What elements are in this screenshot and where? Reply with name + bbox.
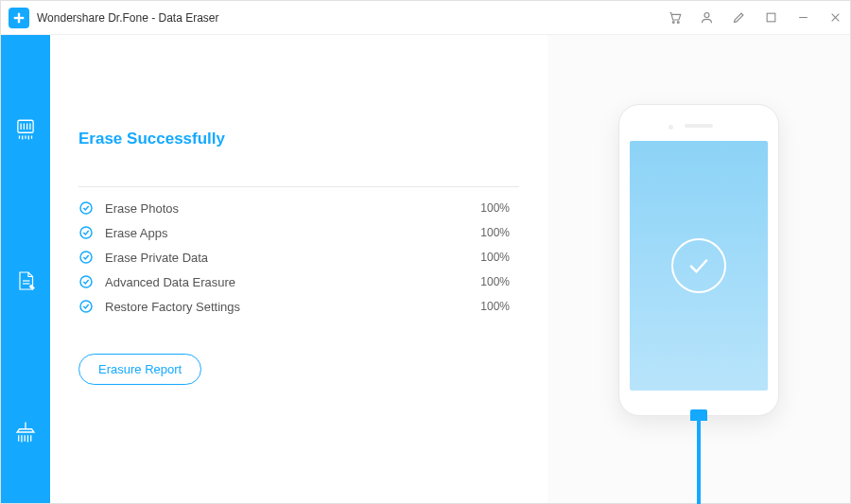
check-icon — [78, 225, 94, 240]
sidebar-item-clean[interactable] — [11, 418, 40, 446]
svg-point-29 — [80, 252, 92, 263]
right-panel — [547, 35, 850, 503]
task-label: Advanced Data Erasure — [105, 275, 469, 289]
cable-icon — [697, 416, 701, 505]
sidebar — [1, 35, 50, 503]
body: Erase Successfully Erase Photos 100% — [1, 35, 850, 503]
cart-icon[interactable] — [667, 10, 682, 26]
task-percent: 100% — [480, 300, 510, 313]
success-check-icon — [671, 238, 726, 293]
phone-camera-icon — [669, 125, 673, 130]
svg-point-3 — [677, 22, 679, 24]
app-title: Wondershare Dr.Fone - Data Eraser — [37, 11, 219, 25]
phone-illustration — [618, 104, 779, 416]
svg-point-31 — [80, 301, 92, 312]
svg-point-2 — [672, 22, 674, 24]
content: Erase Successfully Erase Photos 100% — [50, 35, 850, 503]
check-icon — [78, 274, 94, 289]
task-label: Erase Apps — [105, 226, 469, 240]
sidebar-item-erase[interactable] — [11, 115, 40, 144]
close-icon[interactable] — [827, 10, 842, 26]
svg-point-30 — [80, 276, 92, 287]
task-list: Erase Photos 100% Erase Apps 100% — [78, 200, 519, 314]
titlebar-right — [667, 10, 842, 26]
svg-point-4 — [704, 13, 709, 18]
svg-point-28 — [80, 227, 92, 238]
divider — [78, 186, 519, 187]
task-row: Erase Photos 100% — [78, 200, 519, 216]
check-icon — [78, 200, 94, 216]
maximize-icon[interactable] — [763, 10, 778, 26]
check-icon — [78, 250, 94, 265]
minimize-icon[interactable] — [795, 10, 810, 26]
svg-rect-9 — [18, 120, 33, 132]
svg-rect-1 — [14, 16, 25, 18]
task-percent: 100% — [480, 275, 510, 288]
svg-rect-5 — [767, 13, 775, 22]
titlebar: Wondershare Dr.Fone - Data Eraser — [1, 1, 850, 35]
task-row: Restore Factory Settings 100% — [78, 299, 519, 314]
app-window: Wondershare Dr.Fone - Data Eraser — [0, 0, 851, 504]
task-percent: 100% — [480, 201, 510, 215]
task-percent: 100% — [480, 226, 510, 239]
page-title: Erase Successfully — [78, 130, 519, 148]
svg-point-27 — [80, 202, 92, 214]
phone-screen — [630, 141, 768, 391]
task-row: Erase Private Data 100% — [78, 250, 519, 265]
phone-speaker-icon — [685, 124, 713, 128]
erasure-report-button[interactable]: Erasure Report — [78, 354, 201, 385]
task-row: Advanced Data Erasure 100% — [78, 274, 519, 289]
titlebar-left: Wondershare Dr.Fone - Data Eraser — [9, 8, 219, 28]
check-icon — [78, 299, 94, 314]
app-logo-icon — [9, 8, 29, 28]
task-percent: 100% — [480, 251, 510, 264]
task-label: Restore Factory Settings — [105, 300, 469, 314]
edit-icon[interactable] — [731, 10, 746, 26]
user-icon[interactable] — [699, 10, 714, 26]
task-row: Erase Apps 100% — [78, 225, 519, 240]
sidebar-item-document[interactable] — [11, 267, 40, 295]
left-panel: Erase Successfully Erase Photos 100% — [50, 35, 547, 503]
task-label: Erase Photos — [105, 201, 469, 216]
task-label: Erase Private Data — [105, 251, 469, 265]
